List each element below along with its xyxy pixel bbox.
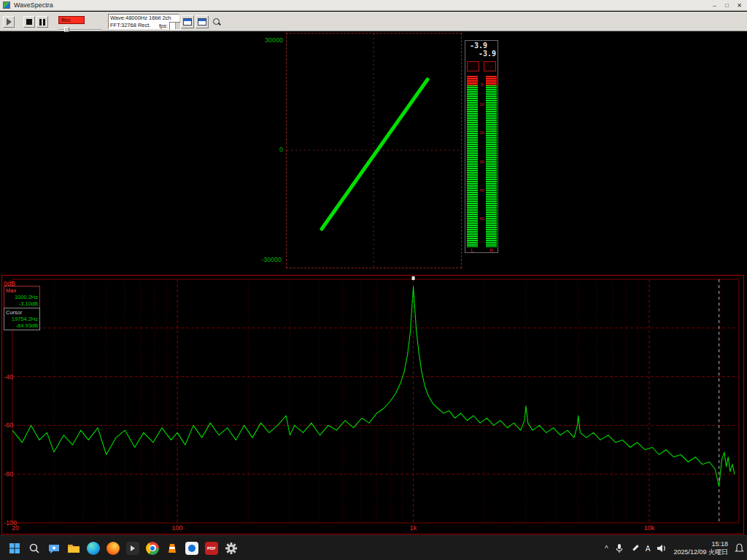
wave-settings-button[interactable] bbox=[181, 15, 194, 28]
notification-bell-icon[interactable] bbox=[735, 543, 744, 553]
lissajous-display bbox=[286, 33, 462, 268]
app-icon bbox=[3, 1, 10, 9]
scope-zero-label: 0 bbox=[252, 146, 283, 153]
microphone-icon[interactable] bbox=[615, 543, 624, 553]
taskbar-dark-app-button[interactable] bbox=[124, 540, 142, 557]
window-title: WaveSpectra bbox=[14, 1, 53, 9]
play-icon bbox=[7, 18, 12, 26]
left-peak-box bbox=[467, 61, 479, 71]
close-button[interactable]: ✕ bbox=[733, 0, 746, 11]
volume-icon[interactable] bbox=[657, 544, 667, 553]
stop-icon bbox=[26, 19, 32, 25]
windows-logo-icon bbox=[9, 542, 20, 554]
cursor-frequency: 19754.2Hz bbox=[6, 316, 38, 322]
tray-overflow-caret[interactable]: ^ bbox=[605, 545, 608, 553]
chat-icon bbox=[47, 542, 61, 555]
pdf-icon: PDF bbox=[205, 542, 218, 555]
taskbar-settings-button[interactable] bbox=[222, 540, 240, 557]
taskbar-media-player-button[interactable] bbox=[183, 540, 201, 557]
tray-date: 2025/12/09 火曜日 bbox=[673, 548, 728, 556]
taskbar-firefox-button[interactable] bbox=[104, 540, 122, 557]
minimize-button[interactable]: – bbox=[708, 0, 721, 11]
max-level: -3.10dB bbox=[6, 300, 38, 307]
wavespectra-window: WaveSpectra – □ ✕ Rec Wave:48000Hz 16bit… bbox=[0, 0, 747, 560]
folder-icon bbox=[67, 542, 80, 555]
left-clip-segment bbox=[467, 76, 478, 85]
taskbar-search-button[interactable] bbox=[26, 540, 43, 557]
fft-settings-button[interactable] bbox=[196, 15, 209, 28]
taskbar-file-explorer-button[interactable] bbox=[65, 540, 82, 557]
tray-clock[interactable]: 15:18 2025/12/09 火曜日 bbox=[673, 540, 728, 556]
spectrum-panel: 0dB-20-40-60-80-100201001k10k Max 1000.2… bbox=[1, 275, 744, 534]
meter-scale-label: 50 bbox=[479, 217, 485, 221]
max-label: Max bbox=[6, 287, 38, 294]
search-icon bbox=[28, 542, 40, 554]
toolbar: Rec Wave:48000Hz 16bit 2ch FFT:32768 Rec… bbox=[0, 12, 747, 31]
meter-scale-label: 10 bbox=[479, 102, 485, 106]
left-level-readout: -3.9 bbox=[465, 42, 487, 50]
tray-time: 15:18 bbox=[673, 540, 728, 548]
maximize-button[interactable]: □ bbox=[721, 0, 733, 11]
svg-text:20: 20 bbox=[12, 524, 19, 532]
svg-text:-40: -40 bbox=[4, 373, 13, 381]
gear-icon bbox=[225, 542, 238, 555]
zoom-button[interactable] bbox=[210, 15, 223, 28]
play-button[interactable] bbox=[3, 16, 15, 28]
meter-scale-label: 3 bbox=[479, 82, 485, 87]
vlc-cone-icon bbox=[166, 542, 179, 555]
right-level-bar bbox=[486, 76, 497, 247]
cursor-info-box: Cursor 19754.2Hz -84.93dB bbox=[4, 308, 40, 330]
meter-scale-label: 20 bbox=[479, 131, 485, 135]
record-indicator[interactable]: Rec bbox=[58, 16, 85, 24]
pause-icon bbox=[39, 19, 45, 26]
fft-settings-icon bbox=[198, 18, 206, 26]
chrome-icon bbox=[146, 542, 159, 555]
taskbar-chrome-button[interactable] bbox=[144, 540, 161, 557]
max-info-box: Max 1000.2Hz -3.10dB bbox=[4, 286, 40, 308]
max-frequency: 1000.2Hz bbox=[6, 294, 38, 300]
scope-max-label: 30000 bbox=[252, 36, 283, 44]
media-app-icon bbox=[126, 542, 139, 555]
svg-text:10k: 10k bbox=[644, 524, 655, 532]
stop-button[interactable] bbox=[23, 16, 35, 28]
pen-icon[interactable] bbox=[630, 544, 639, 553]
right-level-readout: -3.9 bbox=[465, 50, 496, 58]
taskbar-edge-button[interactable] bbox=[85, 540, 102, 557]
svg-text:-60: -60 bbox=[4, 421, 13, 429]
ime-indicator[interactable]: A bbox=[646, 545, 651, 553]
firefox-icon bbox=[107, 542, 120, 555]
svg-text:100: 100 bbox=[172, 524, 183, 532]
level-slider[interactable] bbox=[58, 27, 102, 32]
svg-text:1k: 1k bbox=[410, 524, 417, 532]
cursor-level: -84.93dB bbox=[6, 322, 38, 329]
media-player-icon bbox=[185, 542, 198, 555]
wave-settings-icon bbox=[183, 18, 192, 26]
cursor-label: Cursor bbox=[6, 309, 38, 316]
pause-button[interactable] bbox=[36, 16, 48, 28]
scope-min-label: -30000 bbox=[251, 256, 282, 263]
left-channel-label: L bbox=[467, 248, 478, 253]
title-bar[interactable]: WaveSpectra – □ ✕ bbox=[0, 0, 747, 11]
taskbar-chat-button[interactable] bbox=[45, 540, 63, 557]
lissajous-plot bbox=[287, 34, 461, 268]
right-peak-box bbox=[484, 61, 496, 71]
taskbar-pdf-button[interactable]: PDF bbox=[203, 540, 220, 557]
taskbar-vlc-button[interactable] bbox=[163, 540, 181, 557]
left-level-bar bbox=[467, 76, 478, 247]
magnifier-icon bbox=[213, 18, 221, 26]
right-clip-segment bbox=[486, 76, 497, 85]
right-channel-label: R bbox=[486, 248, 497, 253]
fps-spinner[interactable] bbox=[169, 22, 181, 30]
fps-label: fps: bbox=[159, 23, 168, 29]
svg-text:-80: -80 bbox=[4, 470, 13, 478]
spectrum-plot[interactable]: 0dB-20-40-60-80-100201001k10k bbox=[2, 276, 743, 534]
wave-format-text: Wave:48000Hz 16bit 2ch bbox=[110, 15, 177, 22]
edge-icon bbox=[87, 542, 100, 555]
level-meter-panel: -3.9 -3.9 31020304050 L R bbox=[465, 40, 498, 253]
meter-scale-label: 40 bbox=[479, 188, 485, 192]
taskbar: PDF ^ bbox=[0, 535, 747, 560]
slider-thumb[interactable] bbox=[64, 27, 69, 32]
meter-scale: 31020304050 bbox=[479, 76, 485, 247]
meter-scale-label: 30 bbox=[479, 160, 485, 164]
taskbar-start-button[interactable] bbox=[6, 540, 23, 557]
